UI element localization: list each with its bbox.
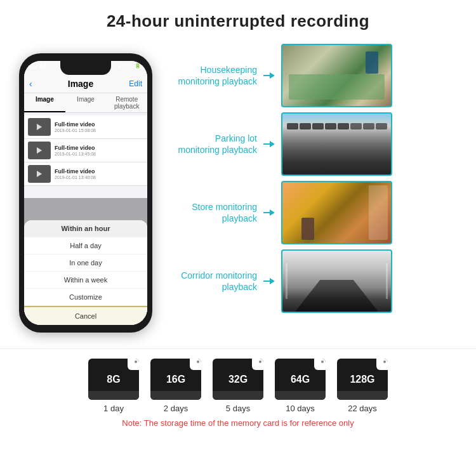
sd-cards-row: 8G 1 day 16G 2 days 32G 5 days 64G 10 da… [13, 359, 463, 413]
monitoring-section: Housekeepingmonitoring playback Parking … [165, 37, 463, 348]
phone-notch [60, 61, 111, 75]
arrow-icon-4 [270, 278, 275, 284]
monitoring-image-1 [281, 44, 392, 107]
dropdown-overlay: Within an hour Half a day In one day Wit… [24, 198, 147, 325]
monitoring-text-2: Parking lotmonitoring playback [165, 133, 257, 155]
sd-days-64g: 10 days [286, 404, 315, 413]
video-date-3: 2019-01-01 13:40:08 [55, 175, 143, 180]
sd-dot-16g [197, 360, 199, 363]
page-title: 24-hour uninterrupted recording [0, 11, 476, 31]
sd-card-16g: 16G [150, 359, 201, 400]
monitoring-label-2: Parking lotmonitoring playback [165, 133, 257, 155]
connector-3 [263, 209, 275, 216]
sd-days-128g: 22 days [348, 404, 377, 413]
sd-dot-64g [321, 360, 324, 363]
video-thumb-2 [28, 142, 51, 159]
monitoring-label-4: Corridor monitoringplayback [165, 270, 257, 293]
connector-1 [263, 72, 275, 79]
bottom-section: 8G 1 day 16G 2 days 32G 5 days 64G 10 da… [0, 348, 476, 434]
video-info-1: Full-time video 2019-01-01 15:08:08 [55, 121, 143, 133]
screen-tabs: Image Image Remote playback [24, 93, 147, 113]
video-thumb-1 [28, 118, 51, 136]
video-name-2: Full-time video [55, 145, 143, 151]
tab-remote[interactable]: Remote playback [106, 93, 147, 112]
monitoring-item-4: Corridor monitoringplayback [165, 249, 463, 313]
sd-card-32g: 32G [213, 359, 263, 400]
storage-note: Note: The storage time of the memory car… [13, 418, 463, 428]
dropdown-item-1[interactable]: Within an hour [24, 220, 147, 237]
arrow-icon-2 [270, 141, 275, 147]
dropdown-menu: Within an hour Half a day In one day Wit… [24, 220, 147, 325]
tab-image2[interactable]: Image [65, 93, 107, 112]
arrow-icon-3 [270, 209, 275, 216]
phone-status-icons: ▲WiFi🔋 [117, 63, 141, 69]
dropdown-item-2[interactable]: Half a day [24, 237, 147, 255]
sd-card-label-32g: 32G [228, 374, 248, 385]
monitoring-image-4 [281, 249, 392, 313]
phone-time: 11:44 [30, 63, 47, 70]
video-date-1: 2019-01-01 15:08:08 [55, 128, 143, 133]
sd-card-label-8g: 8G [107, 374, 120, 385]
line-h-4 [263, 281, 270, 282]
video-name-3: Full-time video [55, 168, 143, 175]
phone-screen: ‹ Image Edit Image Image Remote playback [24, 61, 147, 325]
video-item-2[interactable]: Full-time video 2019-01-01 13:45:08 [24, 139, 147, 162]
video-thumb-3 [28, 165, 51, 183]
main-content: 11:44 ▲WiFi🔋 ‹ Image Edit Image Image Re… [0, 37, 476, 348]
connector-2 [263, 141, 275, 147]
phone-container: 11:44 ▲WiFi🔋 ‹ Image Edit Image Image Re… [13, 37, 159, 348]
monitoring-text-4: Corridor monitoringplayback [165, 270, 257, 293]
sd-days-32g: 5 days [226, 404, 250, 413]
video-info-3: Full-time video 2019-01-01 13:40:08 [55, 168, 143, 180]
sd-dot-32g [259, 360, 261, 363]
line-h-2 [263, 143, 270, 145]
sd-card-8g: 8G [88, 359, 139, 400]
dropdown-item-5[interactable]: Customize [24, 289, 147, 306]
sd-dot-128g [383, 360, 386, 363]
monitoring-text-3: Store monitoringplayback [165, 201, 257, 224]
connector-4 [263, 278, 275, 284]
sd-card-128g: 128G [337, 359, 388, 400]
video-list: Full-time video 2019-01-01 15:08:08 Full… [24, 113, 147, 188]
monitoring-image-3 [281, 181, 392, 244]
page-header: 24-hour uninterrupted recording [0, 0, 476, 37]
arrow-icon-1 [270, 72, 275, 79]
monitoring-image-2 [281, 112, 392, 176]
phone-mockup: 11:44 ▲WiFi🔋 ‹ Image Edit Image Image Re… [19, 53, 152, 333]
video-item-3[interactable]: Full-time video 2019-01-01 13:40:08 [24, 162, 147, 186]
play-icon-3 [37, 171, 42, 177]
sd-days-16g: 2 days [164, 404, 188, 413]
sd-card-label-64g: 64G [291, 374, 310, 385]
back-button[interactable]: ‹ [29, 79, 32, 89]
sd-days-8g: 1 day [103, 404, 124, 413]
monitoring-text-1: Housekeepingmonitoring playback [165, 64, 257, 87]
screen-title: Image [68, 79, 93, 89]
play-icon-1 [37, 124, 42, 130]
sd-card-64g: 64G [275, 359, 326, 400]
dropdown-item-3[interactable]: In one day [24, 255, 147, 272]
sd-card-label-128g: 128G [350, 374, 374, 385]
tab-image[interactable]: Image [24, 93, 65, 112]
video-date-2: 2019-01-01 13:45:08 [55, 152, 143, 156]
edit-button[interactable]: Edit [129, 79, 142, 88]
video-name-1: Full-time video [55, 121, 143, 128]
monitoring-item-1: Housekeepingmonitoring playback [165, 44, 463, 107]
dropdown-cancel[interactable]: Cancel [24, 306, 147, 325]
play-icon-2 [37, 147, 42, 154]
video-item-1[interactable]: Full-time video 2019-01-01 15:08:08 [24, 116, 147, 139]
sd-card-label-16g: 16G [166, 374, 185, 385]
monitoring-label-3: Store monitoringplayback [165, 201, 257, 224]
video-info-2: Full-time video 2019-01-01 13:45:08 [55, 145, 143, 156]
sd-card-item-64g: 64G 10 days [275, 359, 326, 413]
monitoring-item-2: Parking lotmonitoring playback [165, 112, 463, 176]
sd-card-item-32g: 32G 5 days [213, 359, 263, 413]
line-h-1 [263, 75, 270, 76]
sd-card-item-8g: 8G 1 day [88, 359, 139, 413]
monitoring-item-3: Store monitoringplayback [165, 181, 463, 244]
sd-dot-8g [135, 360, 137, 363]
sd-card-item-16g: 16G 2 days [150, 359, 201, 413]
sd-card-item-128g: 128G 22 days [337, 359, 388, 413]
line-h-3 [263, 212, 270, 213]
monitoring-label-1: Housekeepingmonitoring playback [165, 64, 257, 87]
dropdown-item-4[interactable]: Within a week [24, 272, 147, 289]
